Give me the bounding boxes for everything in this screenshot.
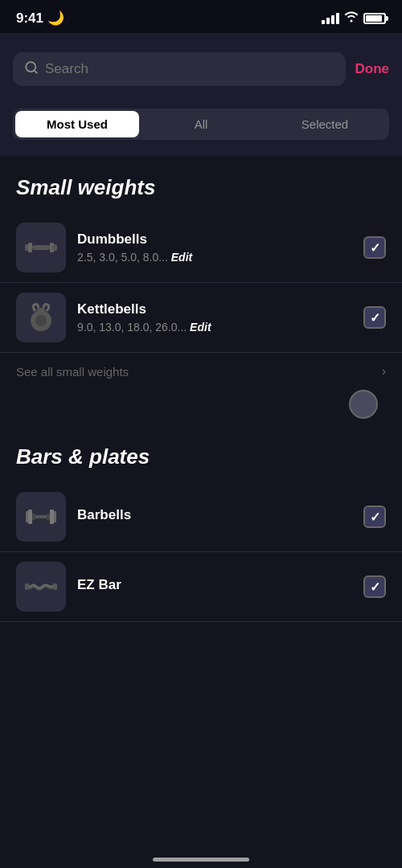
- svg-point-9: [35, 315, 47, 326]
- tab-all[interactable]: All: [139, 111, 263, 137]
- dumbbells-edit-link[interactable]: Edit: [171, 251, 192, 264]
- ezbar-info: EZ Bar: [77, 577, 352, 596]
- list-item[interactable]: Dumbbells 2.5, 3.0, 5.0, 8.0... Edit ✓: [0, 213, 402, 283]
- search-icon: [24, 60, 39, 78]
- dumbbells-info: Dumbbells 2.5, 3.0, 5.0, 8.0... Edit: [77, 231, 352, 264]
- list-item[interactable]: EZ Bar ✓: [0, 552, 402, 622]
- battery-icon: [363, 13, 386, 24]
- tab-selected[interactable]: Selected: [263, 111, 387, 137]
- section-small-weights-header: Small weights: [0, 156, 402, 213]
- bars-plates-list: Barbells ✓ EZ Bar: [0, 482, 402, 622]
- tab-most-used[interactable]: Most Used: [15, 111, 139, 137]
- svg-rect-12: [28, 510, 32, 524]
- barbells-name: Barbells: [77, 507, 352, 523]
- done-button[interactable]: Done: [355, 58, 390, 80]
- list-item[interactable]: Barbells ✓: [0, 482, 402, 552]
- svg-rect-16: [47, 514, 50, 520]
- kettlebells-checkbox[interactable]: ✓: [363, 306, 386, 329]
- svg-rect-15: [32, 514, 35, 520]
- search-bar-container: Done: [0, 43, 402, 96]
- segment-control: Most Used All Selected: [13, 108, 389, 140]
- chevron-right-icon: ›: [382, 364, 386, 379]
- see-all-label: See all small weights: [16, 365, 129, 379]
- checkmark-icon: ✓: [370, 579, 380, 595]
- barbells-icon: [16, 492, 66, 542]
- modal-top-strip: [0, 33, 402, 43]
- signal-bars-icon: [322, 13, 339, 24]
- kettlebells-info: Kettlebells 9.0, 13.0, 18.0, 26.0... Edi…: [77, 301, 352, 334]
- barbells-info: Barbells: [77, 507, 352, 526]
- see-all-small-weights[interactable]: See all small weights ›: [0, 353, 402, 390]
- ezbar-name: EZ Bar: [77, 577, 352, 593]
- svg-rect-18: [53, 583, 57, 590]
- status-time: 9:41 🌙: [16, 10, 64, 27]
- dumbbells-values: 2.5, 3.0, 5.0, 8.0... Edit: [77, 251, 352, 264]
- svg-rect-6: [52, 244, 57, 251]
- kettlebells-edit-link[interactable]: Edit: [190, 321, 211, 334]
- kettlebells-icon: [16, 293, 66, 342]
- svg-rect-14: [50, 510, 54, 524]
- kettlebells-name: Kettlebells: [77, 301, 352, 317]
- ezbar-checkbox[interactable]: ✓: [363, 575, 386, 598]
- dumbbells-checkbox[interactable]: ✓: [363, 236, 386, 259]
- search-input[interactable]: [45, 61, 334, 77]
- list-item[interactable]: Kettlebells 9.0, 13.0, 18.0, 26.0... Edi…: [0, 283, 402, 353]
- home-indicator: [153, 858, 249, 862]
- wifi-icon: [344, 11, 359, 25]
- dumbbells-name: Dumbbells: [77, 231, 352, 248]
- status-icons: [322, 11, 386, 25]
- small-weights-list: Dumbbells 2.5, 3.0, 5.0, 8.0... Edit ✓: [0, 213, 402, 353]
- checkmark-icon: ✓: [370, 240, 380, 256]
- svg-rect-8: [37, 308, 45, 314]
- checkmark-icon: ✓: [370, 510, 380, 525]
- scroll-thumb: [349, 390, 378, 419]
- kettlebells-values: 9.0, 13.0, 18.0, 26.0... Edit: [77, 321, 352, 334]
- checkmark-icon: ✓: [370, 310, 380, 326]
- svg-rect-3: [28, 243, 32, 252]
- svg-line-1: [34, 70, 36, 72]
- section-small-weights-title: Small weights: [16, 175, 386, 200]
- status-bar: 9:41 🌙: [0, 0, 402, 33]
- scroll-indicator-row: [0, 390, 402, 425]
- segment-control-container: Most Used All Selected: [0, 96, 402, 156]
- dumbbells-icon: [16, 223, 66, 272]
- section-bars-plates-title: Bars & plates: [16, 444, 386, 469]
- section-bars-plates-header: Bars & plates: [0, 425, 402, 482]
- main-content: Small weights Dumbbells 2.5, 3.0, 5.0, 8…: [0, 156, 402, 622]
- svg-rect-4: [32, 245, 50, 250]
- search-input-wrapper[interactable]: [13, 52, 346, 86]
- barbells-checkbox[interactable]: ✓: [363, 506, 386, 528]
- svg-rect-17: [25, 583, 29, 590]
- ezbar-icon: [16, 562, 66, 612]
